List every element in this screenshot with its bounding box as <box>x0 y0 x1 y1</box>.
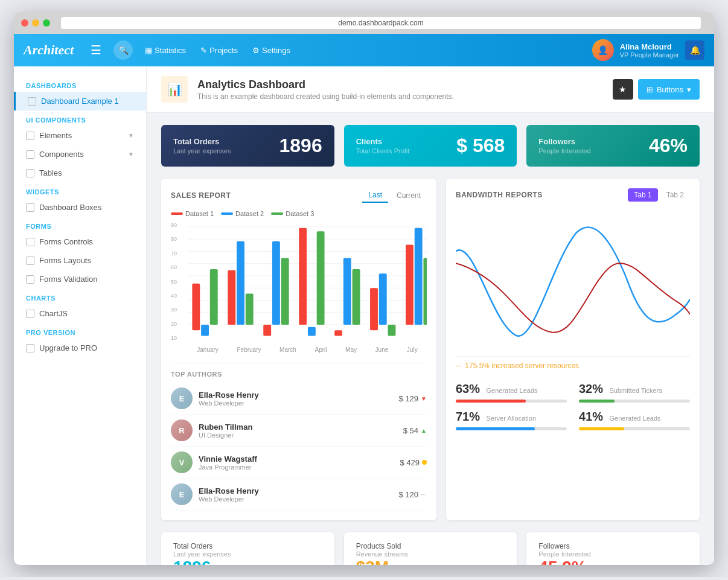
fullscreen-dot[interactable] <box>43 19 50 27</box>
bottom-stats-row: Total Orders Last year expenses 1896 Pro… <box>161 532 700 565</box>
bar-chart-icon: ▦ <box>145 46 152 55</box>
stat-sublabel-orders: Last year expenses <box>173 147 231 155</box>
buttons-dropdown[interactable]: ⊞ Buttons ▾ <box>638 79 700 100</box>
author-amount-4: $ 120 ··· <box>398 490 427 499</box>
sidebar-section-forms: FORMS <box>14 217 146 232</box>
user-avatar[interactable]: 👤 <box>592 39 614 61</box>
top-nav: Architect ☰ 🔍 ▦ Statistics ✎ Projects ⚙ … <box>14 34 714 66</box>
user-info: Alina Mclourd VP People Manager <box>620 42 679 59</box>
search-button[interactable]: 🔍 <box>113 40 133 60</box>
stats-row: Total Orders Last year expenses 1896 Cli… <box>161 125 700 167</box>
legend-dataset2: Dataset 2 <box>221 210 264 217</box>
author-info-4: Ella-Rose Henry Web Developer <box>199 486 259 503</box>
edit-icon: ✎ <box>200 46 207 55</box>
layout-icon: ⊞ <box>647 85 653 94</box>
bar-chart: 90 80 70 60 50 40 30 20 10 <box>171 222 427 353</box>
hamburger-icon[interactable]: ☰ <box>91 43 101 57</box>
sidebar-item-tables[interactable]: Tables <box>14 164 146 182</box>
sidebar-section-dashboards: DASHBOARDS <box>14 76 146 92</box>
sidebar-item-chartjs[interactable]: ChartJS <box>14 304 146 323</box>
chart-legend: Dataset 1 Dataset 2 Dataset 3 <box>171 210 427 217</box>
author-amount-1: $ 129 ▼ <box>399 394 427 403</box>
author-avatar-2: R <box>171 419 193 441</box>
author-row-1: E Ella-Rose Henry Web Developer $ 129 ▼ <box>171 383 427 415</box>
components-icon <box>26 150 34 159</box>
sidebar-item-components[interactable]: Components ▼ <box>14 145 146 164</box>
progress-bar-4 <box>579 427 624 430</box>
tab-current[interactable]: Current <box>391 188 427 203</box>
sidebar-item-elements[interactable]: Elements ▼ <box>14 126 146 145</box>
chevron-down-icon: ▾ <box>687 85 691 94</box>
logo: Architect <box>24 42 74 58</box>
page-header-text: Analytics Dashboard This is an example d… <box>197 78 454 101</box>
author-amount-3: $ 429 <box>400 458 427 467</box>
dashboard-icon <box>28 97 36 106</box>
bandwidth-tab1[interactable]: Tab 1 <box>628 188 657 202</box>
bar-chart-svg <box>188 222 427 343</box>
bw-stat-2: 32% Submitted Tickers <box>579 382 690 403</box>
notification-button[interactable]: 🔔 <box>685 40 704 60</box>
top-authors-title: TOP AUTHORS <box>171 371 427 378</box>
sidebar-section-charts: CHARTS <box>14 288 146 304</box>
page-header-actions: ★ ⊞ Buttons ▾ <box>613 79 700 100</box>
sidebar-item-dashboxes[interactable]: Dashboard Boxes <box>14 198 146 217</box>
svg-rect-14 <box>246 293 254 325</box>
bandwidth-tab2[interactable]: Tab 2 <box>660 188 690 202</box>
bandwidth-card: BANDWIDTH REPORTS Tab 1 Tab 2 <box>446 179 700 520</box>
stat-value-clients: $ 568 <box>456 135 505 157</box>
close-dot[interactable] <box>21 19 28 27</box>
bandwidth-stats-grid: 63% Generated Leads 32% Submitted Ticker… <box>456 382 690 430</box>
content-area: Total Orders Last year expenses 1896 Cli… <box>147 113 714 565</box>
nav-settings[interactable]: ⚙ Settings <box>252 46 290 55</box>
tab-last[interactable]: Last <box>362 188 388 203</box>
stat-value-followers: 46% <box>649 135 688 157</box>
elements-icon <box>26 132 34 140</box>
svg-rect-25 <box>379 273 387 325</box>
bsc-value-products: $3M <box>356 558 505 565</box>
browser-dots <box>21 19 50 27</box>
author-avatar-3: V <box>171 451 193 473</box>
boxes-icon <box>26 203 34 212</box>
x-axis-labels: January February March April May June Ju… <box>188 346 427 353</box>
main-content: DASHBOARDS Dashboard Example 1 UI COMPON… <box>14 66 714 565</box>
user-role: VP People Manager <box>620 51 679 59</box>
page-title: Analytics Dashboard <box>197 78 454 91</box>
address-bar[interactable]: demo.dashboardpack.com <box>61 17 701 29</box>
bottom-stat-followers: Followers People Interested 45,9% <box>526 532 700 565</box>
sidebar-item-upgrade[interactable]: Upgrade to PRO <box>14 339 146 357</box>
minimize-dot[interactable] <box>32 19 39 27</box>
svg-rect-11 <box>210 269 218 325</box>
bsc-value-followers: 45,9% <box>538 558 688 565</box>
sidebar-item-formslayouts[interactable]: Forms Layouts <box>14 251 146 270</box>
bottom-stat-products: Products Sold Revenue streams $3M <box>344 532 517 565</box>
author-info-1: Ella-Rose Henry Web Developer <box>199 390 259 407</box>
author-avatar-1: E <box>171 387 193 409</box>
stat-card-clients: Clients Total Clients Profit $ 568 <box>344 125 517 167</box>
sidebar: DASHBOARDS Dashboard Example 1 UI COMPON… <box>14 66 147 565</box>
sales-title: SALES REPORT <box>171 191 231 200</box>
stat-card-orders: Total Orders Last year expenses 1896 <box>161 125 334 167</box>
bottom-stat-orders: Total Orders Last year expenses 1896 <box>161 532 334 565</box>
stat-label-orders: Total Orders <box>173 137 231 146</box>
layout-icon <box>26 257 34 265</box>
svg-rect-17 <box>281 258 289 325</box>
stat-value-orders: 1896 <box>279 135 322 157</box>
star-button[interactable]: ★ <box>613 79 633 100</box>
upgrade-icon <box>26 344 34 352</box>
sidebar-item-formsvalidation[interactable]: Forms Validation <box>14 270 146 288</box>
bw-stat-1: 63% Generated Leads <box>456 382 567 403</box>
author-avatar-4: E <box>171 483 193 505</box>
trend-down-icon: ▼ <box>421 395 427 402</box>
sidebar-item-formscontrols[interactable]: Forms Controls <box>14 232 146 251</box>
sidebar-item-dashboard1[interactable]: Dashboard Example 1 <box>14 92 146 110</box>
nav-statistics[interactable]: ▦ Statistics <box>145 46 186 55</box>
legend-dataset1: Dataset 1 <box>171 210 214 217</box>
page-subtitle: This is an example dashboard created usi… <box>197 92 454 101</box>
svg-rect-27 <box>406 244 413 325</box>
browser-titlebar: demo.dashboardpack.com <box>14 12 714 34</box>
nav-projects[interactable]: ✎ Projects <box>200 46 238 55</box>
user-name: Alina Mclourd <box>620 42 679 51</box>
caret-icon: ▼ <box>128 151 134 158</box>
svg-rect-21 <box>334 330 342 336</box>
caret-icon: ▼ <box>128 132 134 139</box>
